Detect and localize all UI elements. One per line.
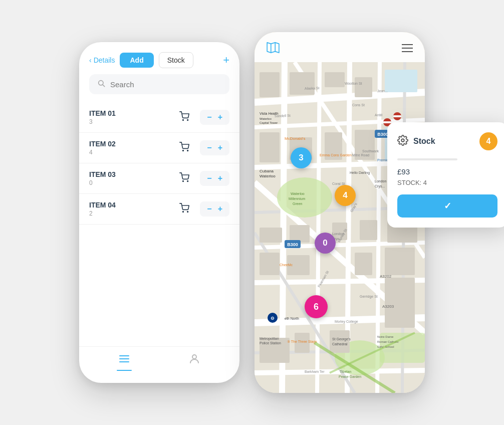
decrement-2[interactable]: −: [206, 143, 212, 152]
increment-4[interactable]: +: [217, 204, 223, 214]
svg-rect-54: [385, 248, 415, 275]
map-pin-6[interactable]: 6: [305, 295, 328, 318]
svg-point-13: [192, 355, 196, 359]
stock-popup-divider: [397, 158, 457, 160]
search-input[interactable]: [110, 80, 221, 89]
svg-line-1: [103, 85, 105, 87]
nav-active-indicator: [117, 370, 132, 371]
stock-popup-title-wrap: Stock: [397, 135, 435, 148]
cart-icon-1: [179, 111, 190, 124]
left-phone: ‹ Details Add Stock + ITEM 01 3: [79, 42, 239, 383]
map-header: [255, 32, 425, 62]
cart-icon-3: [179, 172, 190, 185]
svg-text:Cons St: Cons St: [352, 103, 365, 107]
item-info-4: ITEM 04 2: [89, 201, 179, 217]
svg-point-4: [183, 150, 184, 151]
svg-rect-46: [260, 228, 282, 243]
svg-text:Police Station: Police Station: [260, 341, 281, 345]
stock-popup-stock-label: STOCK: 4: [397, 179, 497, 186]
list-item: ITEM 04 2 − +: [79, 194, 239, 225]
svg-text:⑤ The Three Stags: ⑤ The Three Stags: [287, 340, 317, 344]
nav-list-tab[interactable]: [117, 353, 132, 371]
svg-rect-53: [355, 253, 372, 275]
svg-text:Capital Tower: Capital Tower: [260, 121, 278, 124]
svg-rect-51: [260, 253, 280, 275]
svg-point-3: [187, 119, 188, 120]
map-pin-4[interactable]: 4: [335, 185, 356, 206]
left-phone-header: ‹ Details Add Stock +: [79, 42, 239, 74]
svg-text:B300: B300: [377, 132, 388, 137]
map-pin-3[interactable]: 3: [291, 147, 312, 168]
svg-text:Morley College: Morley College: [335, 320, 358, 324]
item-info-3: ITEM 03 0: [89, 170, 179, 186]
svg-rect-40: [385, 70, 417, 92]
svg-text:Mitre Road: Mitre Road: [352, 153, 369, 157]
add-button[interactable]: Add: [120, 53, 153, 68]
add-plus-button[interactable]: +: [223, 54, 229, 67]
svg-text:Hello Darling: Hello Darling: [350, 171, 370, 175]
svg-text:Crys...: Crys...: [375, 184, 385, 188]
svg-text:Waterloo: Waterloo: [260, 174, 276, 178]
decrement-3[interactable]: −: [206, 174, 212, 183]
svg-text:A3202: A3202: [380, 274, 392, 279]
svg-point-8: [183, 211, 184, 212]
svg-text:Cubana: Cubana: [260, 169, 274, 173]
stock-popup-price: £93: [397, 167, 497, 176]
svg-text:London: London: [375, 179, 386, 183]
svg-text:Tibetan: Tibetan: [340, 370, 351, 373]
svg-marker-116: [267, 43, 279, 53]
svg-rect-80: [383, 121, 391, 123]
svg-text:McDonald's: McDonald's: [285, 136, 306, 141]
stock-popup-title: Stock: [413, 137, 435, 146]
stepper-4: − +: [200, 201, 229, 217]
svg-text:Millennium: Millennium: [289, 197, 306, 200]
right-phone: Alaska St Wootton St Sandell St Gray's M…: [255, 32, 425, 393]
svg-point-7: [187, 180, 188, 181]
svg-text:Emma Cons Garden: Emma Cons Garden: [320, 153, 352, 157]
svg-text:Waterloo: Waterloo: [260, 117, 272, 120]
increment-3[interactable]: +: [217, 174, 223, 183]
nav-profile-tab[interactable]: [187, 353, 202, 371]
map-pin-0[interactable]: 0: [315, 233, 336, 254]
svg-line-28: [377, 62, 380, 393]
item-name-2: ITEM 02: [89, 140, 179, 148]
item-qty-3: 0: [89, 179, 179, 186]
svg-rect-37: [290, 72, 315, 95]
svg-text:B300: B300: [287, 242, 298, 247]
cart-icon-4: [179, 203, 190, 216]
hamburger-icon[interactable]: [402, 44, 413, 55]
map-icon[interactable]: [267, 42, 280, 56]
svg-text:Barkham Ter: Barkham Ter: [305, 370, 325, 373]
svg-text:Green: Green: [293, 202, 303, 205]
stock-button[interactable]: Stock: [159, 52, 193, 68]
stock-popup-badge: 4: [479, 132, 497, 150]
chevron-left-icon: ‹: [89, 56, 92, 64]
increment-2[interactable]: +: [217, 143, 223, 152]
back-button[interactable]: ‹ Details: [89, 56, 115, 64]
stepper-2: − +: [200, 140, 229, 155]
back-label: Details: [94, 56, 115, 64]
svg-text:Gerridge St: Gerridge St: [360, 295, 378, 299]
svg-rect-78: [393, 115, 401, 117]
svg-rect-38: [325, 72, 345, 87]
stock-popup-confirm-button[interactable]: ✓: [397, 194, 497, 218]
svg-rect-47: [290, 225, 310, 243]
item-list: ITEM 01 3 − + ITEM 02 4: [79, 98, 239, 346]
svg-point-2: [183, 119, 184, 120]
svg-point-5: [187, 150, 188, 151]
item-name-4: ITEM 04: [89, 201, 179, 209]
stock-popup-header: Stock 4: [397, 132, 497, 150]
decrement-4[interactable]: −: [206, 204, 212, 214]
stock-popup: Stock 4 £93 STOCK: 4 ✓: [387, 122, 504, 228]
item-info-2: ITEM 02 4: [89, 140, 179, 156]
svg-text:Antill: Antill: [375, 113, 383, 117]
item-info-1: ITEM 01 3: [89, 109, 179, 125]
svg-text:Alaska St: Alaska St: [305, 86, 320, 90]
svg-rect-39: [355, 77, 372, 97]
increment-1[interactable]: +: [217, 113, 223, 122]
svg-rect-41: [260, 132, 280, 162]
svg-text:Cathedral: Cathedral: [332, 342, 348, 346]
decrement-1[interactable]: −: [206, 113, 212, 122]
svg-text:CheeMc: CheeMc: [280, 263, 293, 267]
item-qty-2: 4: [89, 149, 179, 156]
